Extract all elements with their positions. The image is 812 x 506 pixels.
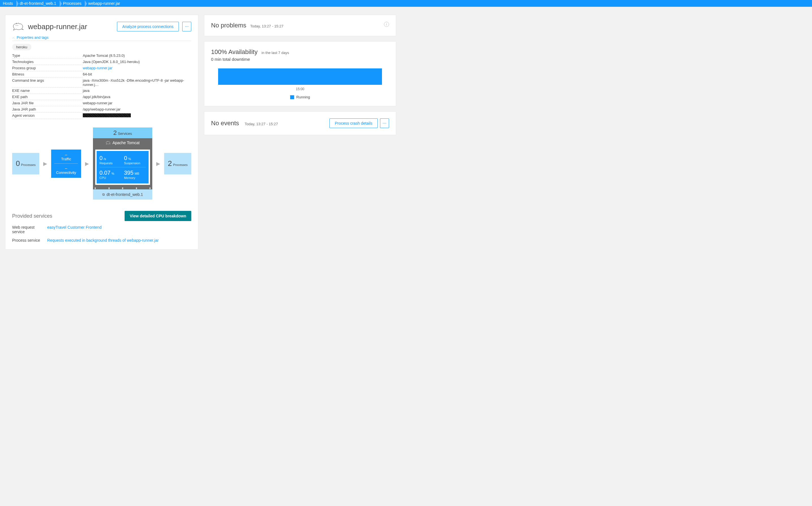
events-more-button[interactable]: ··· — [380, 118, 389, 128]
process-flow-diagram: 0Processes ▶ – Traffic – Connectivity ▶ … — [12, 128, 191, 199]
info-icon[interactable]: i — [384, 22, 389, 27]
breadcrumb-item[interactable]: webapp-runner.jar — [85, 0, 124, 6]
legend-color-icon — [290, 95, 294, 99]
page-title: webapp-runner.jar — [28, 22, 114, 31]
chart-legend: Running — [211, 95, 389, 99]
provided-services-heading: Provided services — [12, 213, 58, 219]
more-actions-button[interactable]: ··· — [182, 22, 191, 31]
service-link[interactable]: Requests executed in background threads … — [47, 238, 159, 243]
events-timerange: Today, 13:27 - 15:27 — [245, 122, 278, 126]
problems-title: No problems — [211, 22, 246, 29]
process-tile[interactable]: 2Services Apache Tomcat 0 /sRequests 0 %… — [93, 128, 152, 199]
arrow-right-icon: ▶ — [85, 161, 89, 167]
tomcat-label-bar: Apache Tomcat — [93, 138, 152, 147]
breadcrumb: Hosts dt-et-frontend_web.1 Processes web… — [0, 0, 812, 7]
service-row: Process service Requests executed in bac… — [12, 238, 191, 243]
availability-title: 100% Availability — [211, 48, 258, 56]
problems-timerange: Today, 13:27 - 15:27 — [250, 24, 284, 28]
breadcrumb-item[interactable]: Hosts — [0, 0, 17, 6]
problems-card: i No problems Today, 13:27 - 15:27 — [204, 15, 396, 36]
availability-bar — [218, 68, 382, 85]
downtime-text: 0 min total downtime — [211, 57, 389, 62]
chevron-up-icon: ︿ — [12, 35, 15, 39]
service-link[interactable]: easyTravel Customer Frontend — [47, 225, 101, 234]
availability-card: 100% Availability in the last 7 days 0 m… — [204, 41, 396, 106]
properties-toggle[interactable]: ︿ Properties and tags — [12, 35, 191, 41]
prop-row: Command line argsjava -Xmx300m -Xss512k … — [12, 77, 191, 88]
events-title: No events — [211, 119, 239, 127]
provided-services-section: Provided services View detailed CPU brea… — [12, 211, 191, 243]
availability-chart: 15:00 Running — [211, 68, 389, 99]
outgoing-processes-tile[interactable]: 2Processes — [164, 153, 191, 174]
arrow-right-icon: ▶ — [156, 161, 160, 167]
analyze-connections-button[interactable]: Analyze process connections — [117, 22, 179, 31]
tomcat-icon — [12, 22, 24, 31]
process-group-link[interactable]: webapp-runner.jar — [83, 66, 112, 70]
chart-axis-label: 15:00 — [211, 87, 389, 91]
metrics-grid: 0 /sRequests 0 %Suspension 0.07 %CPU 395… — [95, 150, 150, 185]
prop-row: Bitness64-bit — [12, 71, 191, 77]
redacted-value — [83, 113, 131, 117]
external-link-icon: ⧉ — [102, 192, 105, 196]
prop-row: EXE namejava — [12, 88, 191, 94]
prop-row: TechnologiesJava (OpenJDK 1.8.0_161-hero… — [12, 59, 191, 65]
process-crash-details-button[interactable]: Process crash details — [329, 118, 378, 128]
incoming-processes-tile[interactable]: 0Processes — [12, 153, 39, 174]
host-link-bar[interactable]: ⧉ dt-et-frontend_web.1 — [93, 189, 152, 199]
prop-row: TypeApache Tomcat (8.5.23.0) — [12, 53, 191, 59]
prop-row: Agent version — [12, 112, 191, 119]
prop-row: Java JAR path/app/webapp-runner.jar — [12, 106, 191, 112]
arrow-right-icon: ▶ — [43, 161, 47, 167]
services-header: 2Services — [93, 128, 152, 138]
prop-row: Java JAR filewebapp-runner.jar — [12, 100, 191, 106]
service-row: Web request service easyTravel Customer … — [12, 225, 191, 234]
cpu-breakdown-button[interactable]: View detailed CPU breakdown — [125, 211, 191, 221]
events-card: No events Today, 13:27 - 15:27 Process c… — [204, 111, 396, 135]
breadcrumb-item[interactable]: Processes — [60, 0, 85, 6]
svg-point-0 — [16, 25, 16, 26]
tomcat-icon — [106, 141, 111, 145]
breadcrumb-item[interactable]: dt-et-frontend_web.1 — [17, 0, 60, 6]
process-details-card: webapp-runner.jar Analyze process connec… — [5, 15, 198, 250]
prop-row: EXE path/app/.jdk/bin/java — [12, 94, 191, 100]
prop-row: Process groupwebapp-runner.jar — [12, 65, 191, 71]
properties-table: TypeApache Tomcat (8.5.23.0) Technologie… — [12, 53, 191, 119]
availability-range: in the last 7 days — [262, 51, 289, 55]
tag-heroku[interactable]: heroku — [12, 44, 31, 50]
svg-point-1 — [17, 25, 18, 26]
traffic-connectivity-tile[interactable]: – Traffic – Connectivity — [51, 150, 81, 178]
stripe-decor — [93, 187, 152, 189]
